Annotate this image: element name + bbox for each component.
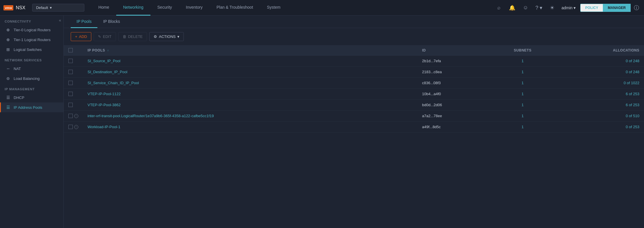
sidebar-item-tier1[interactable]: ⊕ Tier-1 Logical Routers [0, 35, 63, 45]
row-name-link[interactable]: Workload-IP-Pool-1 [88, 125, 120, 129]
help-icon[interactable]: ? ▾ [535, 4, 543, 12]
top-nav: vmw NSX Default ▾ Home Networking Securi… [0, 0, 644, 16]
col-header-subnets[interactable]: Subnets [490, 45, 556, 56]
row-allocations: 6 of 253 [556, 89, 644, 100]
tab-networking[interactable]: Networking [116, 0, 150, 16]
row-checkbox-cell [64, 56, 83, 67]
tab-system[interactable]: System [260, 0, 288, 16]
tab-ip-pools[interactable]: IP Pools [71, 16, 97, 28]
sidebar-label-logical-switches: Logical Switches [14, 47, 42, 52]
col-header-id[interactable]: ID [417, 45, 489, 56]
row-minus-icon: − [74, 114, 78, 118]
row-checkbox[interactable] [68, 70, 73, 74]
row-checkbox-cell: − [64, 122, 83, 133]
row-checkbox-cell [64, 100, 83, 111]
col-header-name[interactable]: IP Pools ↑ [83, 45, 417, 56]
tab-inventory[interactable]: Inventory [179, 0, 210, 16]
edit-icon: ✎ [98, 34, 101, 39]
row-id: 2b1d...7efa [417, 56, 489, 67]
row-subnets-link[interactable]: 1 [522, 59, 524, 63]
col-header-checkbox [64, 45, 83, 56]
tab-security[interactable]: Security [150, 0, 179, 16]
row-subnets-link[interactable]: 1 [522, 114, 524, 118]
tab-ip-blocks[interactable]: IP Blocks [97, 16, 126, 28]
row-id: a49f...8d5c [417, 122, 489, 133]
vmware-logo: vmw NSX [3, 5, 25, 10]
row-subnets-link[interactable]: 1 [522, 81, 524, 85]
notifications-icon[interactable]: 🔔 [508, 4, 516, 12]
row-name: VTEP-IP-Pool-1122 [83, 89, 417, 100]
row-checkbox[interactable] [68, 92, 73, 96]
sidebar-label-nat: NAT [14, 67, 21, 71]
row-name-link[interactable]: VTEP-IP-Pool-3862 [88, 103, 121, 107]
sidebar-item-nat[interactable]: ↔ NAT [0, 64, 63, 73]
sidebar-item-load-balancing[interactable]: ⊜ Load Balancing [0, 73, 63, 83]
table-row: −inter-vrf-transit-pool.LogicalRouter/1e… [64, 111, 644, 122]
delete-button[interactable]: 🗑 DELETE [118, 32, 147, 41]
row-checkbox[interactable] [68, 125, 73, 129]
nat-icon: ↔ [6, 66, 11, 71]
row-allocations: 0 of 248 [556, 56, 644, 67]
edit-button[interactable]: ✎ EDIT [94, 32, 116, 41]
row-subnets-link[interactable]: 1 [522, 125, 524, 129]
row-subnets: 1 [490, 122, 556, 133]
row-allocations-link[interactable]: 0 of 510 [626, 114, 639, 118]
row-subnets: 1 [490, 78, 556, 89]
select-all-checkbox[interactable] [68, 48, 73, 52]
sidebar-item-ip-address-pools[interactable]: ☰ IP Address Pools [0, 102, 63, 112]
row-name-link[interactable]: VTEP-IP-Pool-1122 [88, 92, 121, 96]
user-icon[interactable]: ☺ [521, 4, 530, 12]
add-button[interactable]: + + ADD ADD [71, 32, 91, 41]
actions-button[interactable]: ⚙ ACTIONS ▾ [149, 32, 184, 41]
policy-button[interactable]: POLICY [580, 4, 603, 12]
tab-plan-troubleshoot[interactable]: Plan & Troubleshoot [210, 0, 260, 16]
add-icon: + [75, 34, 77, 39]
row-subnets: 1 [490, 56, 556, 67]
row-subnets-link[interactable]: 1 [522, 103, 524, 107]
policy-manager-toggle: POLICY MANAGER ⓘ [580, 4, 641, 12]
search-icon[interactable]: ⌕ [495, 4, 503, 12]
row-allocations-link[interactable]: 0 of 1022 [624, 81, 639, 85]
dhcp-icon: ☰ [6, 95, 11, 100]
theme-icon[interactable]: ☀ [548, 4, 556, 12]
sidebar-collapse-btn[interactable]: « [59, 18, 61, 23]
row-subnets-link[interactable]: 1 [522, 92, 524, 96]
row-name-link[interactable]: inter-vrf-transit-pool.LogicalRouter/1e3… [88, 114, 214, 118]
sidebar-section-ip-management: IP Management [0, 83, 63, 93]
row-allocations-link[interactable]: 0 of 248 [626, 70, 639, 74]
sidebar-label-tier1: Tier-1 Logical Routers [14, 38, 50, 42]
row-checkbox[interactable] [68, 114, 73, 118]
tab-home[interactable]: Home [91, 0, 116, 16]
row-name-link[interactable]: SI_Source_IP_Pool [88, 59, 120, 63]
row-checkbox[interactable] [68, 59, 73, 63]
sidebar-item-tier0[interactable]: ⊕ Tier-0 Logical Routers [0, 25, 63, 35]
row-allocations-link[interactable]: 0 of 248 [626, 59, 639, 63]
row-allocations: 0 of 510 [556, 111, 644, 122]
row-name-link[interactable]: SI_Destination_IP_Pool [88, 70, 127, 74]
admin-label: admin [561, 5, 572, 10]
row-allocations-link[interactable]: 6 of 253 [626, 92, 639, 96]
row-subnets: 1 [490, 89, 556, 100]
table-row: VTEP-IP-Pool-3862bd0d...2d0616 of 253 [64, 100, 644, 111]
row-name: SI_Service_Chain_ID_IP_Pool [83, 78, 417, 89]
table-row: SI_Destination_IP_Pool2183...c8ea10 of 2… [64, 67, 644, 78]
row-checkbox[interactable] [68, 81, 73, 85]
row-allocations-link[interactable]: 6 of 253 [626, 103, 639, 107]
sidebar-label-tier0: Tier-0 Logical Routers [14, 28, 50, 32]
admin-menu[interactable]: admin ▾ [561, 5, 576, 10]
row-name: Workload-IP-Pool-1 [83, 122, 417, 133]
manager-button[interactable]: MANAGER [603, 4, 631, 12]
default-selector[interactable]: Default ▾ [32, 4, 84, 12]
col-header-allocations[interactable]: Allocations [556, 45, 644, 56]
main-layout: « Connectivity ⊕ Tier-0 Logical Routers … [0, 16, 644, 228]
sidebar-item-dhcp[interactable]: ☰ DHCP [0, 93, 63, 102]
row-name-link[interactable]: SI_Service_Chain_ID_IP_Pool [88, 81, 139, 85]
info-circle-icon[interactable]: ⓘ [632, 4, 641, 12]
row-subnets-link[interactable]: 1 [522, 70, 524, 74]
main-nav-tabs: Home Networking Security Inventory Plan … [91, 0, 495, 16]
row-allocations-link[interactable]: 0 of 253 [626, 125, 639, 129]
sidebar-item-logical-switches[interactable]: ⊞ Logical Switches [0, 45, 63, 54]
row-checkbox[interactable] [68, 103, 73, 107]
row-name: VTEP-IP-Pool-3862 [83, 100, 417, 111]
sidebar-section-network-services: Network Services [0, 54, 63, 64]
